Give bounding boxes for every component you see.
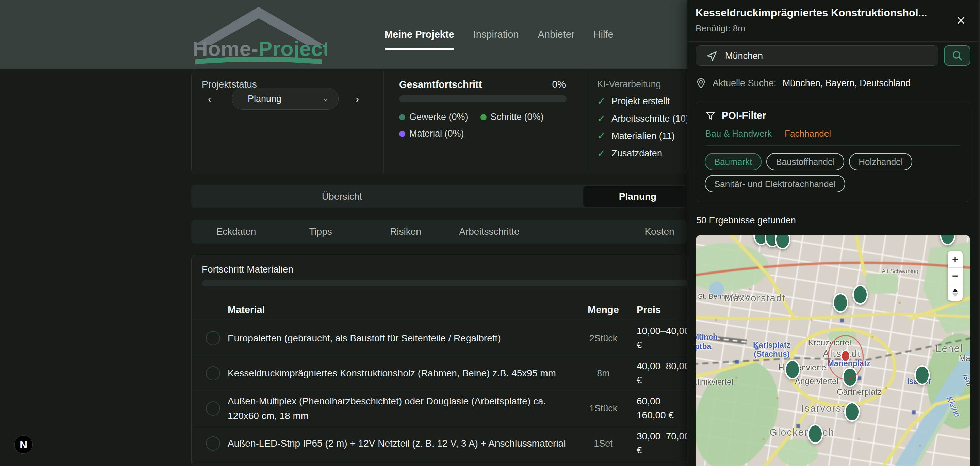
current-search-value: München, Bayern, Deutschland <box>783 78 911 89</box>
filter-funnel-icon <box>705 111 716 121</box>
compass-icon <box>952 288 959 297</box>
subtab[interactable]: Risiken <box>390 226 421 237</box>
poi-category[interactable]: Fachhandel <box>785 128 831 139</box>
ai-checklist-item: ✓ Materialien (11) <box>597 130 689 142</box>
poi-marker[interactable] <box>914 365 930 385</box>
poi-filter-header: POI-Filter <box>705 110 766 121</box>
material-progress-bar <box>202 280 687 286</box>
subtab[interactable]: Kosten <box>644 226 674 237</box>
nav-item[interactable]: Anbieter <box>538 29 575 40</box>
material-quantity: 1Stück <box>576 403 630 414</box>
divider <box>383 71 384 174</box>
material-checkbox[interactable] <box>206 436 220 451</box>
poi-marker[interactable] <box>853 285 868 305</box>
material-checkbox[interactable] <box>206 331 220 345</box>
current-search-row: Aktuelle Suche: München, Bayern, Deutsch… <box>695 78 911 89</box>
zoom-out-button[interactable]: − <box>948 268 963 284</box>
scrollbar[interactable] <box>978 0 980 466</box>
poi-chip[interactable]: Sanitär- und Elektrofachhandel <box>705 175 845 193</box>
map-label: ptba <box>695 342 711 351</box>
material-name: Europaletten (gebraucht, als Baustoff fü… <box>228 331 573 345</box>
check-icon: ✓ <box>597 113 605 124</box>
check-icon: ✓ <box>597 96 605 107</box>
poi-chip[interactable]: Baumarkt <box>705 153 762 170</box>
legend-dot <box>480 114 487 120</box>
selected-location-marker[interactable] <box>841 350 850 362</box>
divider <box>705 145 961 146</box>
location-search-field[interactable] <box>695 45 939 66</box>
close-icon[interactable]: ✕ <box>953 12 969 29</box>
home-projects-logo[interactable]: Home-Projects <box>191 4 327 65</box>
map[interactable]: St. Benno-ViertelMaxvorstadtAlt Schwabin… <box>695 235 970 466</box>
ai-processing-title: KI-Verarbeitung <box>597 79 661 89</box>
navigation-arrow-icon <box>706 50 718 62</box>
compass-reset-button[interactable] <box>948 284 963 301</box>
poi-marker[interactable] <box>833 293 848 313</box>
map-label: Maxvorstadt <box>724 293 786 304</box>
poi-category[interactable]: Bau & Handwerk <box>705 128 772 139</box>
map-label: (Stachus) <box>754 350 790 359</box>
material-checkbox[interactable] <box>206 401 220 416</box>
status-next-button[interactable]: › <box>356 93 359 105</box>
poi-filter-title: POI-Filter <box>722 110 766 121</box>
poi-marker[interactable] <box>844 402 860 422</box>
subtab[interactable]: Tipps <box>309 226 332 237</box>
panel-subtitle: Benötigt: 8m <box>695 23 745 34</box>
table-row: Außen-LED-Strip IP65 (2 m) + 12V Netztei… <box>192 426 687 461</box>
table-row: Kesseldruckimprägniertes Konstruktionsho… <box>192 356 687 391</box>
legend-label: Schritte (0%) <box>491 112 544 122</box>
check-icon: ✓ <box>597 147 605 159</box>
column-preis: Preis <box>637 304 661 316</box>
chevron-down-icon: ⌄ <box>323 94 329 103</box>
nav-item[interactable]: Inspiration <box>473 29 519 40</box>
search-icon <box>951 50 963 61</box>
zoom-in-button[interactable]: + <box>948 251 963 268</box>
material-price: 60,00–160,00 € <box>637 394 687 422</box>
divider <box>590 71 590 174</box>
project-status-card: Projektstatus ‹ Planung ⌄ › Gesamtfortsc… <box>191 70 687 174</box>
map-label: Lehel <box>936 343 963 354</box>
material-checkbox[interactable] <box>206 366 220 380</box>
legend-item: Schritte (0%) <box>480 112 544 122</box>
overall-progress-percent: 0% <box>535 79 566 90</box>
subtab[interactable]: Arbeitsschritte <box>459 226 519 237</box>
ai-checklist-label: Arbeitsschritte (10) <box>611 113 689 124</box>
tab-planung[interactable]: Planung <box>619 191 656 202</box>
status-prev-button[interactable]: ‹ <box>208 93 211 105</box>
legend-dot <box>399 114 405 120</box>
status-select-value: Planung <box>248 94 282 104</box>
material-price: 30,00–70,00 € <box>637 429 687 457</box>
material-name: Kesseldruckimprägniertes Konstruktionsho… <box>228 366 573 380</box>
poi-chip[interactable]: Holzhandel <box>849 153 912 170</box>
material-progress-title: Fortschritt Materialien <box>202 264 293 275</box>
poi-chip-list: BaumarktBaustoffhandelHolzhandelSanitär-… <box>705 153 961 193</box>
map-pin-icon <box>695 78 706 89</box>
map-label: Glockenbach <box>769 427 834 438</box>
ai-checklist: ✓ Projekt erstellt ✓ Arbeitsschritte (10… <box>597 96 689 159</box>
house-roof-icon: Home-Projects <box>191 4 327 65</box>
poi-chip[interactable]: Baustoffhandel <box>766 153 844 170</box>
ai-checklist-label: Materialien (11) <box>611 131 675 141</box>
column-menge: Menge <box>576 304 630 316</box>
poi-marker[interactable] <box>785 360 800 380</box>
tab-uebersicht[interactable]: Übersicht <box>322 191 362 202</box>
material-table-header: Material Menge Preis <box>192 296 687 321</box>
check-icon: ✓ <box>597 130 605 142</box>
nav-item[interactable]: Meine Projekte <box>385 29 454 40</box>
material-progress-card: Fortschritt Materialien Material Menge P… <box>191 255 687 466</box>
primary-tab-bar: Übersicht Planung <box>191 185 687 209</box>
subtab[interactable]: Eckdaten <box>216 226 256 237</box>
material-name: Außen-Multiplex (Phenolharzbeschichtet) … <box>228 394 573 423</box>
map-label: Klinikviertel <box>695 377 733 387</box>
search-input[interactable] <box>724 46 930 66</box>
ai-checklist-item: ✓ Projekt erstellt <box>597 96 689 107</box>
poi-marker[interactable] <box>808 424 823 444</box>
poi-categories: Bau & HandwerkFachhandel <box>705 128 831 139</box>
status-select[interactable]: Planung ⌄ <box>232 88 339 110</box>
material-name: Außen-LED-Strip IP65 (2 m) + 12V Netztei… <box>228 436 573 451</box>
nextjs-dev-badge[interactable]: N <box>14 435 33 454</box>
search-button[interactable] <box>944 45 970 66</box>
secondary-tab-bar: EckdatenTippsRisikenArbeitsschritteMater… <box>191 220 687 244</box>
map-label: Alt Schwabing <box>882 268 918 275</box>
nav-item[interactable]: Hilfe <box>594 29 614 40</box>
